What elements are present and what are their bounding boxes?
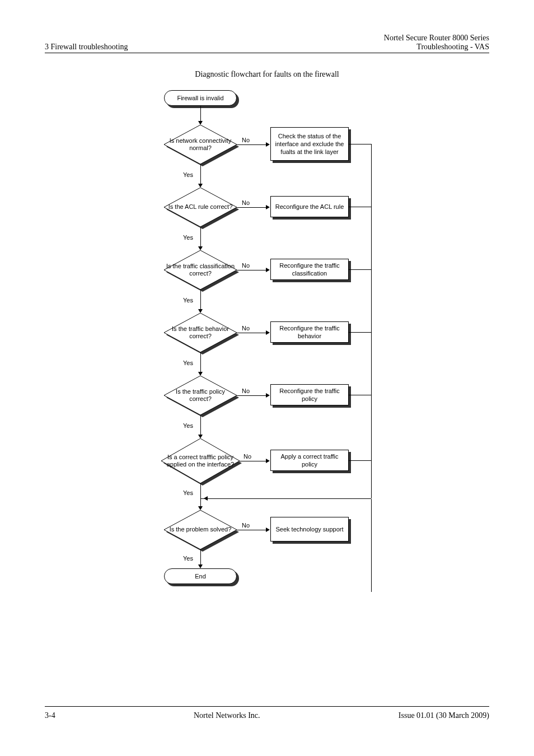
action-policy: Reconfigure the traffic policy bbox=[270, 384, 349, 405]
page-number: 3-4 bbox=[45, 711, 55, 720]
action-support: Seek technology support bbox=[270, 517, 349, 542]
start-node: Firewall is invalid bbox=[164, 90, 237, 106]
decision-network: Is network connectivity normal? bbox=[164, 125, 237, 164]
yes-label: Yes bbox=[183, 422, 193, 429]
no-label: No bbox=[242, 262, 250, 269]
yes-label: Yes bbox=[183, 555, 193, 562]
decision-solved-label: Is the problem solved? bbox=[170, 526, 232, 533]
yes-label: Yes bbox=[183, 360, 193, 366]
decision-applied-label: Is a correct trafffic policy applied on … bbox=[161, 454, 240, 468]
footer-center: Nortel Networks Inc. bbox=[194, 711, 260, 720]
action-acl: Reconfigure the ACL rule bbox=[270, 196, 349, 217]
page-header: 3 Firewall troubleshooting Nortel Secure… bbox=[45, 34, 489, 53]
footer-issue: Issue 01.01 (30 March 2009) bbox=[399, 711, 489, 720]
action-classification: Reconfigure the traffic classification bbox=[270, 259, 349, 280]
header-left: 3 Firewall troubleshooting bbox=[45, 43, 128, 52]
yes-label: Yes bbox=[183, 297, 193, 304]
header-right: Nortel Secure Router 8000 Series Trouble… bbox=[384, 34, 489, 52]
header-series: Nortel Secure Router 8000 Series bbox=[384, 34, 489, 43]
decision-behavior: Is the traffic behavior correct? bbox=[164, 313, 237, 352]
page-footer: 3-4 Nortel Networks Inc. Issue 01.01 (30… bbox=[45, 706, 489, 720]
action-policy-label: Reconfigure the traffic policy bbox=[273, 387, 346, 403]
end-node: End bbox=[164, 568, 237, 584]
no-label: No bbox=[242, 325, 250, 332]
no-label: No bbox=[242, 522, 250, 529]
action-behavior: Reconfigure the traffic behavior bbox=[270, 321, 349, 343]
action-check-interface: Check the status of the interface and ex… bbox=[270, 127, 349, 161]
decision-acl: Is the ACL rule correct? bbox=[164, 188, 237, 227]
yes-label: Yes bbox=[183, 234, 193, 241]
no-label: No bbox=[242, 199, 250, 206]
yes-label: Yes bbox=[183, 489, 193, 496]
start-label: Firewall is invalid bbox=[177, 95, 223, 101]
decision-solved: Is the problem solved? bbox=[164, 510, 237, 549]
header-subtitle: Troubleshooting - VAS bbox=[384, 43, 489, 52]
action-check-interface-label: Check the status of the interface and ex… bbox=[273, 132, 346, 156]
no-label: No bbox=[242, 388, 250, 394]
decision-applied: Is a correct trafffic policy applied on … bbox=[161, 438, 240, 483]
flowchart: Firewall is invalid Is network connectiv… bbox=[149, 90, 385, 684]
decision-classification: Is the traffic classification correct? bbox=[164, 250, 237, 290]
action-classification-label: Reconfigure the traffic classification bbox=[273, 262, 346, 278]
figure-caption: Diagnostic flowchart for faults on the f… bbox=[45, 70, 489, 79]
decision-policy-label: Is the traffic policy correct? bbox=[164, 388, 237, 403]
action-acl-label: Reconfigure the ACL rule bbox=[275, 203, 344, 211]
end-label: End bbox=[195, 573, 206, 580]
no-label: No bbox=[243, 453, 251, 460]
decision-classification-label: Is the traffic classification correct? bbox=[164, 263, 237, 277]
action-support-label: Seek technology support bbox=[275, 525, 343, 533]
decision-behavior-label: Is the traffic behavior correct? bbox=[164, 325, 237, 340]
action-apply-policy: Apply a correct traffic policy bbox=[270, 450, 349, 471]
decision-policy: Is the traffic policy correct? bbox=[164, 376, 237, 415]
decision-acl-label: Is the ACL rule correct? bbox=[168, 203, 233, 211]
no-label: No bbox=[242, 137, 250, 143]
decision-network-label: Is network connectivity normal? bbox=[164, 137, 237, 152]
action-behavior-label: Reconfigure the traffic behavior bbox=[273, 324, 346, 340]
yes-label: Yes bbox=[183, 171, 193, 178]
action-apply-policy-label: Apply a correct traffic policy bbox=[273, 452, 346, 469]
